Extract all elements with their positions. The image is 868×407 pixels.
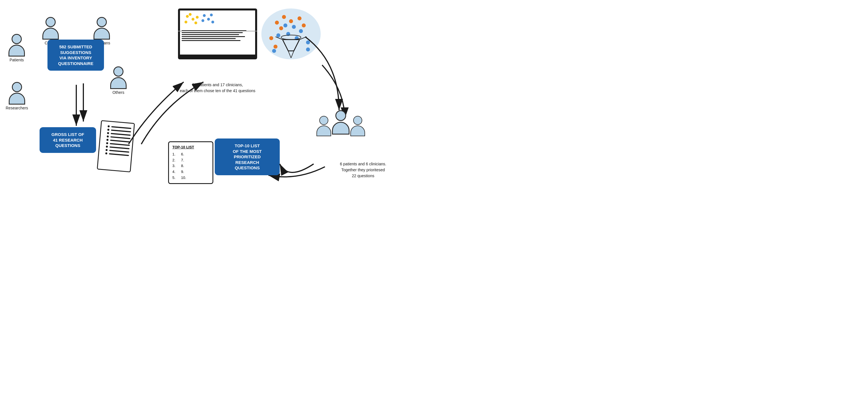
screen-dots [182, 12, 253, 29]
top10-col1: 1.2.3.4.5. [173, 152, 176, 181]
online-survey-caption: 82 patients and 17 clinicians, each of t… [167, 82, 269, 94]
svg-point-5 [185, 21, 187, 24]
infographic: Patients Researchers Carers Clinicians O… [0, 0, 434, 204]
clinicians-head [97, 17, 107, 27]
patients-label: Patients [10, 58, 24, 62]
researchers-person: Researchers [6, 82, 28, 110]
patients-head [11, 34, 22, 44]
svg-point-9 [202, 19, 204, 22]
top10-col2: 6.7.8.9.10. [181, 152, 186, 181]
svg-point-3 [189, 13, 192, 16]
svg-point-20 [292, 25, 296, 29]
svg-point-16 [298, 17, 302, 20]
svg-point-13 [275, 21, 279, 25]
workshop-caption: 6 patients and 6 clinicians. Together th… [322, 161, 404, 179]
svg-point-12 [261, 8, 321, 59]
top10-list-box: TOP-10 LIST OF THE MOST PRIORITIZED RESE… [215, 138, 280, 175]
researchers-head [12, 82, 22, 92]
svg-point-18 [302, 24, 306, 27]
svg-point-15 [289, 19, 293, 23]
svg-point-35 [272, 49, 276, 53]
filter-funnel [260, 6, 322, 69]
researchers-label: Researchers [6, 106, 28, 110]
svg-point-31 [274, 45, 277, 49]
carers-body [42, 28, 59, 39]
svg-point-19 [283, 24, 287, 27]
patients-body [8, 45, 25, 57]
svg-point-2 [192, 18, 194, 21]
svg-point-17 [279, 26, 283, 30]
document-icon [97, 120, 135, 173]
clinicians-body [94, 28, 110, 39]
top10-card: TOP-10 LIST 1.2.3.4.5. 6.7.8.9.10. [168, 141, 213, 184]
svg-point-6 [194, 22, 197, 24]
svg-point-7 [203, 14, 206, 17]
others-head [113, 66, 123, 76]
svg-point-4 [196, 16, 198, 19]
top10-card-title: TOP-10 LIST [173, 145, 209, 150]
svg-point-1 [186, 15, 189, 18]
others-person: Others [110, 66, 127, 95]
svg-point-34 [306, 48, 310, 52]
svg-point-33 [306, 40, 310, 44]
group-people [316, 110, 379, 161]
svg-point-32 [269, 36, 273, 40]
carers-head [45, 17, 56, 27]
gross-list-box: GROSS LIST OF 41 RESEARCH QUESTIONS [39, 127, 96, 153]
svg-point-10 [210, 13, 213, 17]
svg-point-11 [211, 21, 214, 24]
patients-person: Patients [8, 34, 25, 62]
laptop-icon [178, 8, 257, 59]
svg-point-14 [282, 15, 286, 19]
researchers-body [9, 93, 25, 104]
others-label: Others [113, 90, 124, 95]
others-body [110, 77, 127, 89]
submitted-box: 582 SUBMITTED SUGGESTIONS VIA INVENTORY … [48, 39, 104, 71]
svg-point-8 [207, 18, 210, 21]
svg-point-22 [276, 33, 280, 37]
svg-point-21 [299, 29, 303, 33]
